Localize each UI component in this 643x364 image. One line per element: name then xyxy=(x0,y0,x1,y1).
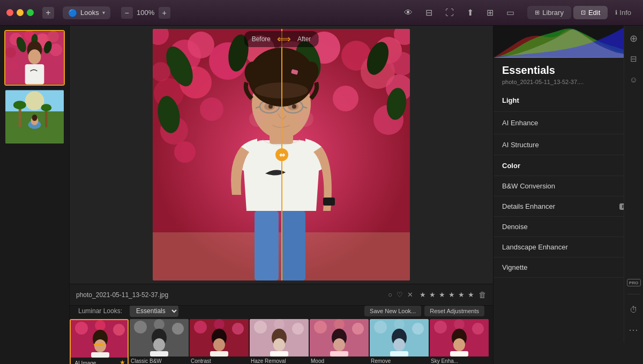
split-line[interactable]: ⇔ xyxy=(281,29,282,280)
eye-icon[interactable]: 👁 xyxy=(402,6,415,20)
look-thumb-ai-image[interactable]: AI ImageEnhancer ★ xyxy=(70,319,129,365)
look-thumb-contrast[interactable]: ContrastEnhancer xyxy=(190,319,249,365)
svg-point-105 xyxy=(333,338,345,351)
panel-item-light[interactable]: Light ☀ xyxy=(494,89,643,112)
zoom-out-button[interactable]: − xyxy=(121,7,133,19)
panel-item-landscape-enhancer[interactable]: Landscape Enhancer xyxy=(494,237,643,257)
star-empty-4[interactable]: ★ xyxy=(448,291,455,299)
look-preview-color-cast xyxy=(370,319,429,357)
icon-rail: ⊕ ⊟ ☺ PRO ⏱ ··· xyxy=(624,26,643,343)
svg-point-102 xyxy=(334,319,345,330)
panel-item-ai-enhance-label: AI Enhance xyxy=(502,119,538,127)
panel-item-landscape-label: Landscape Enhancer xyxy=(502,243,568,251)
info-button[interactable]: ℹ Info xyxy=(610,6,637,19)
panel-item-ai-enhance[interactable]: AI Enhance ☀ xyxy=(494,112,643,134)
panel-item-denoise[interactable]: Denoise xyxy=(494,217,643,237)
panel-item-details-enhancer[interactable]: Details Enhancer PRO xyxy=(494,196,643,217)
looks-label: Looks xyxy=(80,9,99,17)
more-icon[interactable]: ··· xyxy=(626,322,641,337)
status-bar: photo_2021-05-11_13-52-37.jpg ○ ♡ ✕ ★ ★ … xyxy=(70,284,493,305)
svg-point-91 xyxy=(213,338,225,351)
heart-icon[interactable]: ♡ xyxy=(397,291,403,299)
edit-label: Edit xyxy=(588,9,600,17)
traffic-lights xyxy=(6,9,34,16)
history-icon[interactable]: ⏱ xyxy=(626,302,641,317)
frame-icon[interactable]: ▭ xyxy=(504,5,517,20)
svg-point-73 xyxy=(75,322,88,335)
filmstrip-item-2[interactable] xyxy=(4,89,65,145)
looks-scroll: AI ImageEnhancer ★ xyxy=(70,319,493,365)
split-handle[interactable]: ⇔ xyxy=(275,148,288,161)
star-empty-2[interactable]: ★ xyxy=(429,291,436,299)
library-tab[interactable]: ⊞ Library xyxy=(527,6,571,19)
looks-dropdown[interactable]: Essentials xyxy=(130,305,178,317)
svg-point-20 xyxy=(41,104,51,111)
trash-icon[interactable]: 🗑 xyxy=(478,290,487,299)
close-button[interactable] xyxy=(6,9,13,16)
panel-items: Light ☀ AI Enhance ☀ AI Structure ◎ Colo… xyxy=(494,89,643,364)
filmstrip-item-1[interactable] xyxy=(4,30,65,86)
share-icon[interactable]: ⬆ xyxy=(465,5,476,20)
svg-point-96 xyxy=(292,323,304,335)
grid-icon[interactable]: ⊞ xyxy=(484,5,496,20)
svg-point-80 xyxy=(134,321,147,333)
svg-point-117 xyxy=(472,323,484,335)
circle-icon[interactable]: ○ xyxy=(388,291,392,299)
look-thumb-mood[interactable]: MoodEnhancer xyxy=(310,319,369,365)
photo-container[interactable]: ⇔ xyxy=(70,26,493,284)
looks-menu-button[interactable]: 🔵 Looks ▾ xyxy=(63,6,110,19)
svg-point-66 xyxy=(297,111,313,127)
before-after-bar: Before ⟺ After xyxy=(244,31,319,47)
reset-adjustments-button[interactable]: Reset Adjustments xyxy=(424,306,484,316)
panel-item-color[interactable]: Color ☺ xyxy=(494,155,643,176)
look-thumb-classic-bw[interactable]: Classic B&W xyxy=(130,319,189,365)
panel-item-ai-structure[interactable]: AI Structure ◎ xyxy=(494,134,643,155)
svg-point-116 xyxy=(454,319,465,330)
panel-item-denoise-label: Denoise xyxy=(502,223,528,231)
after-label: After xyxy=(297,35,311,43)
panel-item-vignette[interactable]: Vignette xyxy=(494,257,643,278)
face-icon[interactable]: ☺ xyxy=(626,72,641,87)
maximize-button[interactable] xyxy=(27,9,34,16)
svg-point-95 xyxy=(274,319,285,330)
essentials-title: Essentials xyxy=(502,64,555,77)
layers-icon[interactable]: ⊕ xyxy=(626,31,641,46)
histogram xyxy=(494,26,643,58)
star-empty-1[interactable]: ★ xyxy=(420,291,426,299)
svg-point-115 xyxy=(434,321,447,333)
star-empty-6[interactable]: ★ xyxy=(468,291,474,299)
canvas-area: Before ⟺ After xyxy=(70,26,493,364)
minimize-button[interactable] xyxy=(17,9,24,16)
svg-rect-17 xyxy=(19,106,21,127)
look-thumb-haze[interactable]: Haze Removal xyxy=(250,319,309,365)
reject-icon[interactable]: ✕ xyxy=(407,291,413,299)
titlebar: + 🔵 Looks ▾ − 100% + 👁 ⊟ ⛶ ⬆ ⊞ ▭ ⊞ Libra… xyxy=(0,0,643,26)
save-look-button[interactable]: Save New Look... xyxy=(364,306,421,316)
svg-point-109 xyxy=(394,319,405,330)
compare-icon[interactable]: ⊟ xyxy=(423,5,435,20)
look-label-sky: Sky Enha... xyxy=(430,357,459,364)
edit-tab[interactable]: ⊡ Edit xyxy=(573,6,608,19)
split-indicator: ⟺ xyxy=(277,33,291,45)
mode-tabs: ⊞ Library ⊡ Edit ℹ Info xyxy=(527,6,637,19)
adjustments-icon[interactable]: ⊟ xyxy=(626,51,641,66)
look-star-ai-image: ★ xyxy=(119,359,125,365)
star-empty-3[interactable]: ★ xyxy=(439,291,445,299)
look-label-mood: MoodEnhancer xyxy=(310,357,334,365)
svg-point-46 xyxy=(333,86,358,111)
look-thumb-sky[interactable]: Sky Enha... xyxy=(430,319,489,365)
look-thumb-color-cast[interactable]: RemoveColor Cast xyxy=(370,319,429,365)
svg-point-84 xyxy=(153,338,165,351)
svg-point-62 xyxy=(292,104,296,109)
crop-icon[interactable]: ⛶ xyxy=(443,6,456,20)
panel-item-bw-conversion[interactable]: B&W Conversion xyxy=(494,176,643,196)
look-preview-mood xyxy=(310,319,369,357)
zoom-in-button[interactable]: + xyxy=(159,7,170,19)
look-label-contrast: ContrastEnhancer xyxy=(190,357,214,365)
svg-point-77 xyxy=(94,339,106,352)
star-empty-5[interactable]: ★ xyxy=(458,291,465,299)
add-tab-button[interactable]: + xyxy=(42,7,54,19)
filmstrip-thumb-2 xyxy=(5,90,64,143)
svg-point-23 xyxy=(32,115,38,121)
svg-point-88 xyxy=(214,319,225,330)
